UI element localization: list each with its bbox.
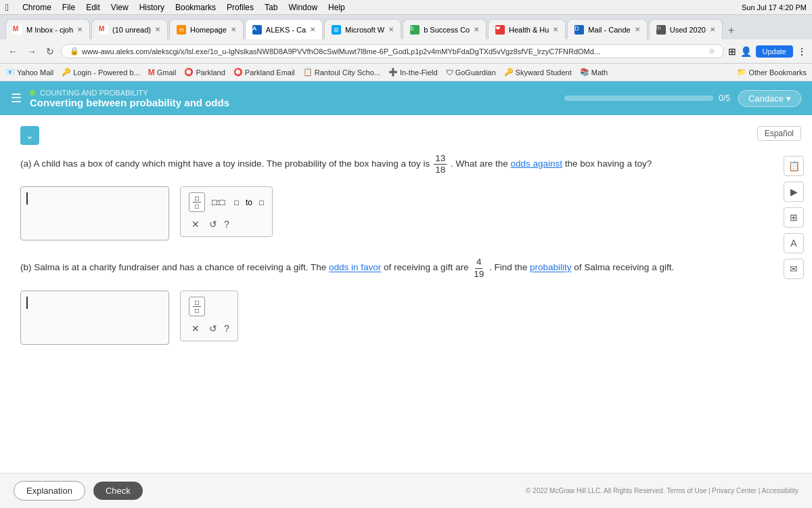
menu-file[interactable]: File [62, 3, 75, 12]
sidebar-icon-mail[interactable]: ✉ [784, 259, 804, 279]
url-bar[interactable]: 🔒 www-awu.aleks.com/alekscgi/x/lsl.exe/1… [61, 44, 724, 58]
bookmark-inthefield-icon: ➕ [388, 68, 398, 77]
math-tools-row-a-top: □ □ □:□ □ to □ [189, 192, 264, 212]
bookmark-goguardian[interactable]: 🛡 GoGuardian [446, 68, 496, 77]
question-a-text: (a) A child has a box of candy which mig… [20, 158, 430, 169]
menu-help[interactable]: Help [328, 3, 345, 12]
bookmark-other[interactable]: 📁 Other Bookmarks [737, 68, 807, 77]
tab-bar: M M Inbox - cjoh ✕ M (10 unread) ✕ H Hom… [0, 15, 812, 39]
new-tab-button[interactable]: + [724, 24, 738, 37]
sidebar-icon-notes[interactable]: 📋 [784, 156, 804, 176]
tab-microsoft[interactable]: ⊞ Microsoft W ✕ [324, 19, 401, 39]
header-title-area: COUNTING AND PROBABILITY Converting betw… [30, 89, 556, 108]
right-sidebar: 📋 ▶ ⊞ A ✉ [784, 156, 804, 279]
bookmark-skyward[interactable]: 🔑 Skyward Student [504, 68, 572, 77]
bookmark-parkland-email[interactable]: ⭕ Parkland Email [233, 68, 295, 77]
tab-close-used2020[interactable]: ✕ [710, 26, 715, 33]
menu-chrome[interactable]: Chrome [22, 3, 51, 12]
tab-inbox[interactable]: M M Inbox - cjoh ✕ [5, 19, 90, 39]
sidebar-icon-play[interactable]: ▶ [784, 182, 804, 202]
bookmark-skyward-icon: 🔑 [504, 68, 514, 77]
tab-used2020[interactable]: !!! Used 2020 ✕ [649, 19, 723, 39]
user-name: Candace [748, 93, 784, 104]
undo-tool-a[interactable]: ↺ [209, 219, 217, 230]
cursor-b [26, 297, 28, 309]
espanol-button[interactable]: Español [757, 126, 801, 141]
bookmark-rantoul[interactable]: 📋 Rantoul City Scho... [303, 68, 380, 77]
sidebar-icon-font[interactable]: A [784, 233, 804, 253]
forward-button[interactable]: → [24, 45, 39, 58]
undo-tool-b[interactable]: ↺ [209, 323, 217, 334]
clear-tool-a[interactable]: ✕ [189, 217, 202, 231]
bookmark-gmail[interactable]: M Gmail [148, 68, 177, 77]
tab-favicon-used2020: !!! [656, 25, 666, 35]
tab-close-unread[interactable]: ✕ [155, 26, 160, 33]
tab-close-success[interactable]: ✕ [474, 26, 479, 33]
probability-link[interactable]: probability [530, 263, 572, 273]
apple-menu[interactable]:  [5, 2, 9, 13]
math-tools-b: □ □ ✕ ↺ ? [180, 291, 238, 341]
sidebar-icon-grid[interactable]: ⊞ [784, 207, 804, 228]
aleks-header: ☰ COUNTING AND PROBABILITY Converting be… [0, 81, 812, 115]
tab-label-aleks: ALEKS - Ca [266, 26, 306, 34]
menu-tab[interactable]: Tab [265, 3, 277, 12]
tab-close-inbox[interactable]: ✕ [77, 26, 83, 33]
check-button[interactable]: Check [93, 482, 143, 500]
colon-tool-a: □:□ [212, 197, 225, 207]
menu-view[interactable]: View [111, 3, 129, 12]
bookmark-rantoul-icon: 📋 [303, 68, 313, 77]
tab-close-homepage[interactable]: ✕ [231, 26, 236, 33]
user-menu-button[interactable]: Candace ▾ [738, 90, 801, 107]
bookmark-parkland[interactable]: ⭕ Parkland [184, 68, 225, 77]
tab-close-mail[interactable]: ✕ [635, 26, 640, 33]
menu-history[interactable]: History [139, 3, 164, 12]
math-tools-row-a-bot: ✕ ↺ ? [189, 217, 264, 231]
profile-icon[interactable]: 👤 [740, 46, 752, 57]
explanation-button[interactable]: Explanation [14, 481, 85, 501]
bookmark-yahoo-icon: 📧 [5, 68, 15, 77]
menu-bookmarks[interactable]: Bookmarks [175, 3, 216, 12]
bookmark-login[interactable]: 🔑 Login - Powered b... [62, 68, 139, 77]
menu-profiles[interactable]: Profiles [227, 3, 254, 12]
bookmark-gmail-icon: M [148, 68, 155, 77]
extensions-icon[interactable]: ⊞ [728, 46, 736, 57]
question-b-text4: of Salma receiving a gift. [574, 263, 674, 273]
menu-window[interactable]: Window [288, 3, 317, 12]
hamburger-menu[interactable]: ☰ [11, 91, 22, 106]
menu-edit[interactable]: Edit [86, 3, 100, 12]
update-button[interactable]: Update [756, 45, 793, 58]
odds-in-favor-link[interactable]: odds in favor [329, 263, 381, 273]
clear-tool-b[interactable]: ✕ [189, 322, 202, 335]
help-tool-b[interactable]: ? [224, 323, 229, 334]
more-options-icon[interactable]: ⋮ [797, 46, 807, 57]
tab-success[interactable]: b b Success Co ✕ [403, 19, 487, 39]
progress-score: 0/5 [719, 93, 730, 103]
tab-health[interactable]: ❤ Health & Hu ✕ [488, 19, 566, 39]
collapse-button[interactable]: ⌄ [20, 126, 39, 145]
tab-close-microsoft[interactable]: ✕ [388, 26, 394, 33]
page-content: ☰ COUNTING AND PROBABILITY Converting be… [0, 81, 812, 508]
back-button[interactable]: ← [5, 45, 20, 58]
tab-close-health[interactable]: ✕ [553, 26, 558, 33]
answer-input-b[interactable] [20, 291, 169, 345]
tab-favicon-mail: D [574, 25, 584, 35]
question-b-text1: (b) Salma is at a charity fundraiser and… [20, 263, 326, 273]
fraction-tool-a[interactable]: □ □ [189, 192, 205, 212]
bookmark-yahoo[interactable]: 📧 Yahoo Mail [5, 68, 53, 77]
tab-mail[interactable]: D Mail - Cande ✕ [567, 19, 647, 39]
refresh-button[interactable]: ↻ [43, 45, 57, 58]
help-tool-a[interactable]: ? [224, 219, 229, 230]
tab-close-aleks[interactable]: ✕ [310, 26, 315, 33]
header-section-label: COUNTING AND PROBABILITY [30, 89, 556, 97]
odds-against-link[interactable]: odds against [510, 158, 562, 169]
answer-input-a[interactable] [20, 186, 169, 240]
tab-homepage[interactable]: H Homepage ✕ [169, 19, 244, 39]
bookmark-inthefield[interactable]: ➕ In-the-Field [388, 68, 438, 77]
answer-row-a: □ □ □:□ □ to □ ✕ ↺ ? [20, 186, 792, 240]
address-bar: ← → ↻ 🔒 www-awu.aleks.com/alekscgi/x/lsl… [0, 39, 812, 64]
tab-label-health: Health & Hu [509, 26, 549, 34]
tab-unread[interactable]: M (10 unread) ✕ [91, 19, 168, 39]
fraction-tool-b[interactable]: □ □ [189, 297, 205, 316]
tab-aleks[interactable]: A ALEKS - Ca ✕ [245, 19, 323, 39]
bookmark-math[interactable]: 📚 Math [580, 68, 608, 77]
